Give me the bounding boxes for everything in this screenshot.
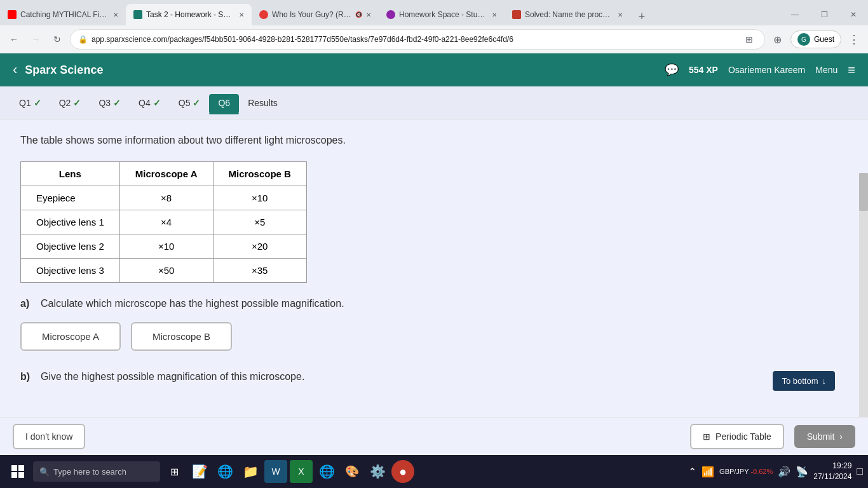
- svg-rect-0: [11, 465, 17, 471]
- tab-sparx[interactable]: Task 2 - Homework - Sparx S ✕: [126, 4, 252, 25]
- q6-active-indicator: [209, 112, 239, 114]
- taskbar-search[interactable]: 🔍 Type here to search: [33, 461, 160, 482]
- row-obj1-label: Objective lens 1: [21, 210, 120, 234]
- taskbar-icon-notes[interactable]: 📝: [188, 460, 211, 483]
- hamburger-icon[interactable]: ≡: [848, 63, 855, 78]
- taskbar-icon-chrome[interactable]: 🌐: [315, 460, 338, 483]
- q5-label: Q5: [179, 98, 191, 108]
- minimize-button[interactable]: —: [780, 4, 810, 25]
- taskbar-icon-browser2[interactable]: ●: [391, 460, 414, 483]
- wifi-icon[interactable]: 📡: [796, 466, 808, 478]
- q5-button[interactable]: Q5 ✓: [170, 94, 210, 112]
- tab-label: Homework Space - StudyX: [399, 10, 488, 19]
- q6-button[interactable]: Q6: [209, 94, 239, 112]
- volume-icon[interactable]: 🔊: [778, 466, 790, 478]
- network-icon[interactable]: 📶: [702, 466, 714, 478]
- reload-button[interactable]: ↻: [48, 30, 66, 48]
- scrollbar-thumb[interactable]: [859, 173, 868, 211]
- more-options-button[interactable]: ⋮: [845, 30, 863, 48]
- submit-label: Submit: [807, 431, 835, 442]
- row-eyepiece-label: Eyepiece: [21, 186, 120, 210]
- extensions-button[interactable]: ⊕: [769, 30, 787, 48]
- part-a-label: a): [20, 298, 36, 309]
- part-b-label: b): [20, 371, 36, 383]
- chat-icon[interactable]: 💬: [665, 63, 679, 77]
- q3-check-icon: ✓: [113, 98, 121, 108]
- table-row: Objective lens 2 ×10 ×20: [21, 234, 307, 259]
- tab-label: Solved: Name the process t...: [525, 10, 614, 19]
- microscope-a-button[interactable]: Microscope A: [20, 322, 121, 351]
- app-title: Sparx Science: [25, 64, 103, 77]
- restore-button[interactable]: ❐: [810, 4, 839, 25]
- down-arrow-icon: ↓: [822, 376, 827, 386]
- taskbar-icon-excel[interactable]: X: [290, 460, 313, 483]
- q5-check-icon: ✓: [193, 98, 200, 108]
- scrollbar-track[interactable]: [859, 173, 868, 455]
- close-icon[interactable]: ✕: [113, 11, 118, 18]
- col-microscope-b: Microscope B: [213, 162, 306, 186]
- task-view-button[interactable]: ⊞: [163, 460, 186, 483]
- periodic-table-button[interactable]: ⊞ Periodic Table: [690, 424, 784, 449]
- periodic-table-label: Periodic Table: [715, 431, 771, 442]
- close-window-button[interactable]: ✕: [839, 4, 868, 25]
- q4-label: Q4: [139, 98, 151, 108]
- translate-icon[interactable]: ⊞: [742, 32, 757, 47]
- windows-icon: [11, 465, 24, 478]
- grid-icon: ⊞: [703, 431, 710, 442]
- close-icon[interactable]: ✕: [618, 11, 623, 18]
- tab-chegg[interactable]: Solved: Name the process t... ✕: [505, 4, 630, 25]
- row-obj3-b: ×35: [213, 259, 306, 283]
- currency-change: -0.62%: [750, 468, 773, 475]
- forward-button[interactable]: →: [27, 30, 44, 48]
- q2-button[interactable]: Q2 ✓: [50, 94, 90, 112]
- date-text: 27/11/2024: [813, 471, 851, 482]
- tab-who[interactable]: Who Is Your Guy? (Rem... 🔇 ✕: [252, 4, 379, 25]
- q3-button[interactable]: Q3 ✓: [90, 94, 130, 112]
- dont-know-button[interactable]: I don't know: [13, 424, 85, 449]
- submit-button[interactable]: Submit ›: [794, 425, 855, 448]
- results-button[interactable]: Results: [239, 94, 287, 112]
- q1-button[interactable]: Q1 ✓: [10, 94, 50, 112]
- q2-check-icon: ✓: [73, 98, 81, 108]
- close-icon[interactable]: ✕: [492, 11, 497, 18]
- svg-rect-3: [18, 472, 24, 478]
- currency-display: GBP/JPY -0.62%: [719, 468, 773, 475]
- start-button[interactable]: [5, 459, 31, 484]
- row-obj3-a: ×50: [119, 259, 213, 283]
- menu-label[interactable]: Menu: [815, 65, 837, 75]
- address-text: app.sparxscience.com/packages/f54bb501-9…: [92, 35, 738, 44]
- taskbar-icon-app2[interactable]: 🎨: [341, 460, 363, 483]
- to-bottom-button[interactable]: To bottom ↓: [773, 371, 835, 391]
- taskbar-icon-settings[interactable]: ⚙️: [366, 460, 389, 483]
- q4-button[interactable]: Q4 ✓: [130, 94, 170, 112]
- system-tray-arrow[interactable]: ⌃: [688, 466, 696, 478]
- microscope-b-button[interactable]: Microscope B: [131, 322, 232, 351]
- notification-icon[interactable]: □: [857, 466, 863, 477]
- taskbar-icon-edge[interactable]: 🌐: [214, 460, 236, 483]
- close-icon[interactable]: ✕: [366, 11, 371, 18]
- mute-icon[interactable]: 🔇: [355, 11, 362, 18]
- table-row: Objective lens 1 ×4 ×5: [21, 210, 307, 234]
- back-navigation-button[interactable]: ‹: [13, 62, 17, 78]
- part-b-text: Give the highest possible magnification …: [41, 371, 304, 383]
- close-icon[interactable]: ✕: [239, 11, 244, 18]
- q2-label: Q2: [59, 98, 71, 108]
- address-bar[interactable]: 🔒 app.sparxscience.com/packages/f54bb501…: [70, 29, 765, 50]
- who-favicon: [259, 10, 268, 19]
- q1-label: Q1: [19, 98, 31, 108]
- row-obj3-label: Objective lens 3: [21, 259, 120, 283]
- table-row: Eyepiece ×8 ×10: [21, 186, 307, 210]
- back-button[interactable]: ←: [5, 30, 23, 48]
- row-eyepiece-b: ×10: [213, 186, 306, 210]
- new-tab-button[interactable]: +: [633, 8, 651, 25]
- taskbar-icon-word[interactable]: W: [264, 460, 287, 483]
- row-obj1-b: ×5: [213, 210, 306, 234]
- taskbar-icon-folder[interactable]: 📁: [239, 460, 262, 483]
- tab-youtube[interactable]: Catching MYTHICAL Fisch in... ✕: [0, 4, 126, 25]
- username-label: Osariemen Kareem: [728, 65, 805, 75]
- profile-button[interactable]: G Guest: [790, 30, 841, 48]
- tab-studyx[interactable]: Homework Space - StudyX ✕: [379, 4, 505, 25]
- col-microscope-a: Microscope A: [119, 162, 213, 186]
- search-icon: 🔍: [39, 467, 50, 477]
- time-display: 19:29 27/11/2024: [813, 461, 851, 482]
